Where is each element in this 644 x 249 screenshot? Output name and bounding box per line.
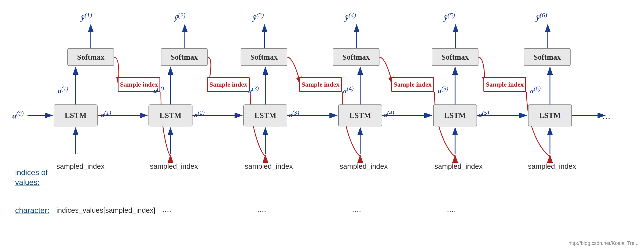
a1-up-label: a(1)	[58, 85, 68, 95]
sample-box-3: Sample index	[299, 77, 342, 92]
softmax-box-2: Softmax	[161, 48, 208, 66]
softmax-box-4: Softmax	[333, 48, 379, 66]
sampled-index-3: sampled_index	[245, 162, 293, 171]
char-dots-2: ····	[257, 206, 266, 215]
a5-up-label: a(5)	[438, 85, 448, 95]
yhat6-label: ŷ(6)	[536, 12, 547, 22]
right-ellipsis: ...	[602, 110, 610, 121]
char-dots-3: ····	[352, 206, 361, 215]
sample-box-4: Sample index	[391, 77, 434, 92]
softmax-box-6: Softmax	[524, 48, 571, 66]
sampled-index-1: sampled_index	[56, 162, 104, 171]
yhat2-label: ŷ(2)	[175, 12, 186, 22]
lstm-box-1: LSTM	[54, 104, 98, 126]
a3-horiz-label: a(3)	[289, 109, 299, 119]
softmax-box-3: Softmax	[241, 48, 287, 66]
a6-up-label: a(6)	[530, 85, 541, 95]
lstm-box-2: LSTM	[148, 104, 192, 126]
sampled-index-4: sampled_index	[340, 162, 388, 171]
a4-horiz-label: a(4)	[384, 109, 394, 119]
char-dots-1: ····	[162, 206, 171, 215]
a3-up-label: a(3)	[248, 85, 259, 95]
diagram-container: a(0) LSTM LSTM LSTM LSTM LSTM LSTM Softm…	[0, 0, 644, 249]
yhat1-label: ŷ(1)	[81, 12, 92, 22]
yhat3-label: ŷ(3)	[253, 12, 264, 22]
sampled-index-2: sampled_index	[150, 162, 198, 171]
indices-of-label: indices ofvalues:	[15, 168, 48, 188]
sample-box-2: Sample index	[207, 77, 250, 92]
sampled-index-6: sampled_index	[528, 162, 576, 171]
a5-horiz-label: a(5)	[478, 109, 489, 119]
softmax-box-5: Softmax	[432, 48, 478, 66]
a2-up-label: a(2)	[153, 85, 164, 95]
lstm-box-5: LSTM	[433, 104, 477, 126]
lstm-box-3: LSTM	[243, 104, 287, 126]
sampled-index-5: sampled_index	[434, 162, 483, 171]
a1-horiz-label: a(1)	[101, 109, 111, 119]
lstm-box-4: LSTM	[338, 104, 382, 126]
yhat4-label: ŷ(4)	[345, 12, 356, 22]
yhat5-label: ŷ(5)	[444, 12, 455, 22]
a4-up-label: a(4)	[343, 85, 354, 95]
a2-horiz-label: a(2)	[194, 109, 205, 119]
char-dots-4: ····	[447, 206, 456, 215]
a0-label: a(0)	[12, 110, 24, 120]
softmax-box-1: Softmax	[67, 48, 114, 66]
character-label: character:	[15, 206, 49, 215]
indices-values-text: indices_values[sampled_index]	[56, 206, 155, 215]
sample-box-5: Sample index	[483, 77, 526, 92]
url-watermark: http://blog.csdn.net/Koala_Tre...	[569, 240, 639, 246]
lstm-box-6: LSTM	[528, 104, 572, 126]
